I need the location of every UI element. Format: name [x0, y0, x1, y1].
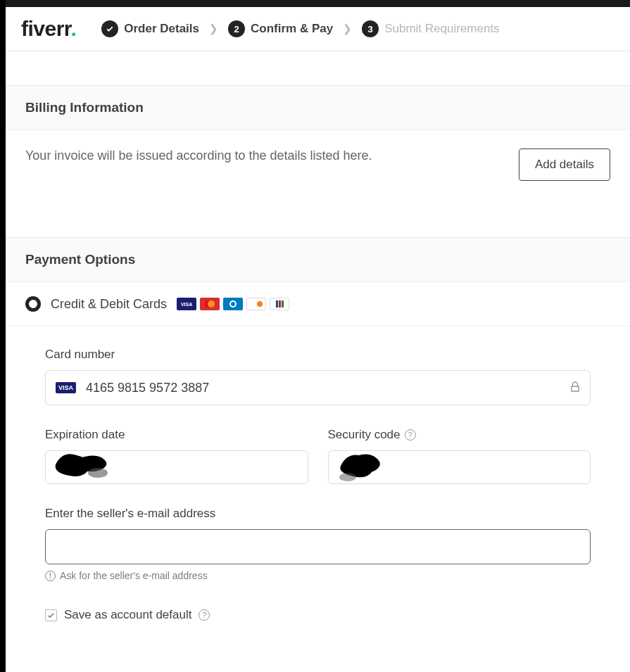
step-number: 3 [362, 20, 379, 37]
svg-point-3 [231, 302, 235, 306]
check-icon [101, 20, 118, 37]
expiration-label: Expiration date [45, 428, 308, 442]
billing-heading: Billing Information [6, 86, 630, 130]
add-details-button[interactable]: Add details [519, 148, 610, 181]
seller-email-hint: ! Ask for the seller's e-mail address [45, 570, 591, 581]
visa-icon: VISA [56, 382, 76, 393]
help-icon[interactable]: ? [405, 429, 416, 440]
step-label: Submit Requirements [384, 22, 499, 36]
save-default-label: Save as account default [64, 608, 191, 622]
payment-method-row[interactable]: Credit & Debit Cards VISA [6, 282, 630, 327]
chevron-right-icon: ❯ [343, 23, 352, 35]
brand-logo[interactable]: fiverr. [21, 17, 76, 41]
save-default-row[interactable]: Save as account default ? [45, 608, 591, 622]
checkout-steps: Order Details ❯ 2 Confirm & Pay ❯ 3 Subm… [101, 20, 499, 37]
billing-section: Billing Information Your invoice will be… [6, 85, 630, 237]
visa-icon: VISA [177, 298, 196, 310]
billing-description: Your invoice will be issued according to… [25, 148, 372, 163]
lock-icon [570, 381, 580, 395]
card-number-input[interactable] [86, 381, 570, 395]
svg-point-1 [208, 300, 215, 308]
info-icon: ! [45, 571, 56, 581]
brand-dot: . [70, 17, 76, 40]
step-label: Order Details [124, 22, 199, 36]
jcb-icon [270, 298, 289, 310]
card-brand-logos: VISA [177, 298, 289, 310]
seller-email-input[interactable] [56, 540, 580, 554]
step-number: 2 [228, 20, 245, 37]
discover-icon [246, 298, 266, 310]
step-confirm-pay[interactable]: 2 Confirm & Pay [228, 20, 333, 37]
expiration-input-wrap[interactable] [45, 450, 308, 484]
payment-method-label: Credit & Debit Cards [51, 297, 167, 312]
radio-selected-icon[interactable] [25, 296, 41, 312]
step-submit-requirements: 3 Submit Requirements [362, 20, 499, 37]
save-default-checkbox[interactable] [45, 609, 57, 621]
hint-text: Ask for the seller's e-mail address [60, 570, 208, 581]
svg-point-4 [257, 301, 263, 307]
seller-email-label: Enter the seller's e-mail address [45, 507, 591, 521]
brand-name: fiverr [21, 17, 70, 40]
diners-icon [223, 298, 243, 310]
step-label: Confirm & Pay [251, 22, 333, 36]
help-icon[interactable]: ? [199, 609, 210, 621]
card-number-label: Card number [45, 348, 591, 362]
payment-section: Payment Options Credit & Debit Cards VIS… [6, 237, 630, 636]
step-order-details[interactable]: Order Details [101, 20, 199, 37]
seller-email-input-wrap[interactable] [45, 529, 591, 564]
payment-heading: Payment Options [6, 238, 630, 282]
window-top-bar [6, 0, 630, 7]
security-code-input-wrap[interactable] [328, 450, 591, 484]
security-code-text: Security code [328, 428, 401, 442]
card-number-input-wrap[interactable]: VISA [45, 370, 591, 405]
chevron-right-icon: ❯ [209, 23, 218, 35]
mastercard-icon [200, 298, 220, 310]
security-code-label: Security code ? [328, 428, 591, 442]
expiration-input[interactable] [56, 460, 298, 475]
card-form: Card number VISA Expiration date [6, 327, 630, 636]
checkout-header: fiverr. Order Details ❯ 2 Confirm & Pay … [6, 7, 630, 51]
security-code-input[interactable] [339, 460, 581, 475]
